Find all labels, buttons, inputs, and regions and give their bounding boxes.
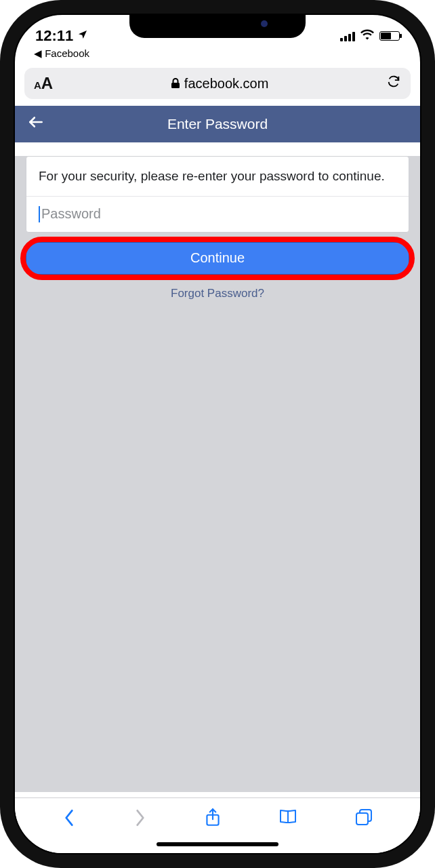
text-size-button[interactable]: A A [34,74,53,93]
continue-button[interactable]: Continue [26,242,409,275]
domain-text: facebook.com [184,76,269,92]
forgot-password-link[interactable]: Forgot Password? [15,287,420,300]
camera-dot [261,20,268,27]
text-size-small-a: A [34,79,41,91]
screen: 12:11 [14,14,421,854]
clock: 12:11 [35,27,73,45]
url-bar[interactable]: A A facebook.com [24,68,411,99]
home-indicator[interactable] [157,842,278,846]
text-cursor [39,206,40,222]
password-placeholder: Password [41,206,101,222]
nav-forward-button[interactable] [133,808,148,831]
svg-rect-0 [171,83,180,88]
nav-back-button[interactable] [62,808,77,831]
continue-label: Continue [190,250,245,266]
url-bar-container: A A facebook.com [15,64,420,106]
password-card: For your security, please re-enter your … [26,156,409,233]
instructions-text: For your security, please re-enter your … [26,157,409,197]
forgot-label: Forgot Password? [171,287,264,300]
breadcrumb-label: Facebook [45,47,89,59]
wifi-icon [360,29,374,43]
password-input[interactable]: Password [26,197,409,232]
content-area: For your security, please re-enter your … [15,156,420,792]
bookmarks-button[interactable] [278,808,298,828]
share-button[interactable] [204,808,222,831]
tabs-button[interactable] [354,808,373,829]
app-return-breadcrumb[interactable]: ◀ Facebook [15,47,420,64]
page-title: Enter Password [15,116,420,132]
reload-button[interactable] [386,74,401,93]
text-size-large-a: A [41,74,53,93]
location-icon [77,29,88,43]
safari-toolbar [15,797,420,853]
notch [129,15,306,38]
back-button[interactable] [27,113,45,136]
battery-icon [379,31,400,41]
lock-icon [171,78,180,89]
page-header: Enter Password [15,106,420,142]
svg-rect-5 [356,813,368,825]
url-display[interactable]: facebook.com [53,76,386,92]
breadcrumb-caret-icon: ◀ [34,47,42,59]
device-frame: 12:11 [0,0,435,868]
cellular-signal-icon [340,31,355,41]
continue-button-wrap: Continue [26,242,409,275]
